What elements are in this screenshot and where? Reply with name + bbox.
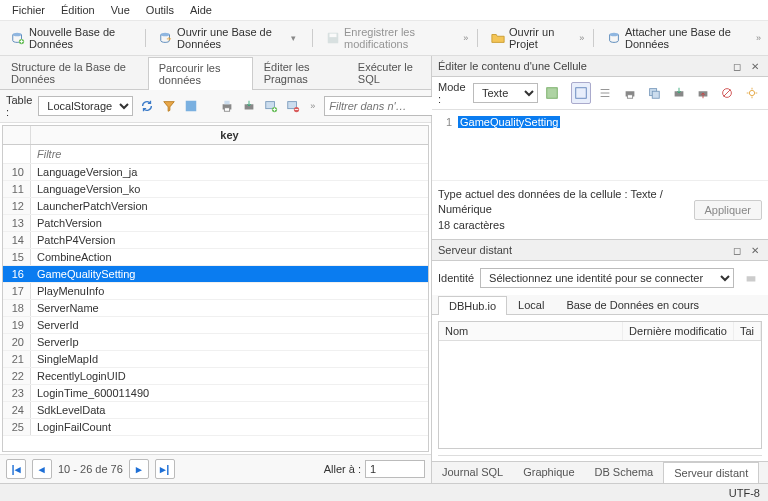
tab-pragmas[interactable]: Éditer les Pragmas	[253, 56, 347, 89]
table-row[interactable]: 16GameQualitySetting	[3, 266, 428, 283]
table-row[interactable]: 20ServerIp	[3, 334, 428, 351]
goto-input[interactable]	[365, 460, 425, 478]
btab-remote[interactable]: Serveur distant	[663, 462, 759, 483]
cell-value[interactable]: PatchVersion	[31, 215, 428, 231]
menu-edit[interactable]: Édition	[55, 2, 101, 18]
row-number: 10	[3, 164, 31, 180]
undock-icon[interactable]: ◻	[730, 59, 744, 73]
table-row[interactable]: 22RecentlyLoginUID	[3, 368, 428, 385]
svg-rect-20	[652, 91, 659, 98]
cell-value[interactable]: CombineAction	[31, 249, 428, 265]
cell-value[interactable]: ServerIp	[31, 334, 428, 350]
menu-view[interactable]: Vue	[105, 2, 136, 18]
table-row[interactable]: 14PatchP4Version	[3, 232, 428, 249]
delete-record-button[interactable]	[285, 95, 301, 117]
overflow-icon[interactable]: »	[753, 33, 764, 43]
data-table[interactable]: key 10LanguageVersion_ja11LanguageVersio…	[2, 125, 429, 452]
print-button[interactable]	[219, 95, 235, 117]
btab-schema[interactable]: DB Schema	[585, 462, 664, 483]
view-text-button[interactable]	[571, 82, 591, 104]
table-row[interactable]: 19ServerId	[3, 317, 428, 334]
table-row[interactable]: 25LoginFailCount	[3, 419, 428, 436]
save-filter-button[interactable]	[183, 95, 199, 117]
column-filter-input[interactable]	[31, 145, 428, 163]
btab-graph[interactable]: Graphique	[513, 462, 584, 483]
import-cell-button[interactable]	[668, 82, 688, 104]
cell-editor[interactable]: 1 GameQualitySetting	[432, 110, 768, 180]
identity-select[interactable]: Sélectionnez une identité pour se connec…	[480, 268, 734, 288]
null-cell-button[interactable]	[717, 82, 737, 104]
col-name[interactable]: Nom	[439, 322, 623, 340]
remote-tab-dbhub[interactable]: DBHub.io	[438, 296, 507, 315]
undock-icon[interactable]: ◻	[730, 243, 744, 257]
export-button[interactable]	[241, 95, 257, 117]
status-bar: UTF-8	[0, 483, 768, 501]
table-row[interactable]: 18ServerName	[3, 300, 428, 317]
table-row[interactable]: 17PlayMenuInfo	[3, 283, 428, 300]
cell-value[interactable]: LoginTime_600011490	[31, 385, 428, 401]
overflow-icon[interactable]: »	[576, 33, 587, 43]
remote-list[interactable]: Nom Dernière modificatio Tai	[438, 321, 762, 449]
identity-manage-button[interactable]	[740, 267, 762, 289]
attach-database-button[interactable]: Attacher une Base de Données	[600, 23, 751, 53]
cell-value[interactable]: LauncherPatchVersion	[31, 198, 428, 214]
overflow-icon[interactable]: »	[460, 33, 471, 43]
close-icon[interactable]: ✕	[748, 243, 762, 257]
open-database-button[interactable]: Ouvrir une Base de Données ▾	[152, 23, 306, 53]
cell-value[interactable]: RecentlyLoginUID	[31, 368, 428, 384]
overflow-icon[interactable]: »	[307, 101, 318, 111]
col-modified[interactable]: Dernière modificatio	[623, 322, 734, 340]
format-button[interactable]	[542, 82, 562, 104]
menu-file[interactable]: Fichier	[6, 2, 51, 18]
table-row[interactable]: 11LanguageVersion_ko	[3, 181, 428, 198]
cell-value[interactable]: LanguageVersion_ja	[31, 164, 428, 180]
table-row[interactable]: 15CombineAction	[3, 249, 428, 266]
clear-filters-button[interactable]	[161, 95, 177, 117]
cell-value[interactable]: PlayMenuInfo	[31, 283, 428, 299]
cell-value[interactable]: PatchP4Version	[31, 232, 428, 248]
first-page-button[interactable]: |◂	[6, 459, 26, 479]
table-select[interactable]: LocalStorage	[38, 96, 133, 116]
remote-tab-local[interactable]: Local	[507, 295, 555, 314]
table-row[interactable]: 10LanguageVersion_ja	[3, 164, 428, 181]
column-header-key[interactable]: key	[31, 126, 428, 144]
print-cell-button[interactable]	[620, 82, 640, 104]
cell-value[interactable]: SingleMapId	[31, 351, 428, 367]
last-page-button[interactable]: ▸|	[155, 459, 175, 479]
mode-select[interactable]: Texte	[473, 83, 538, 103]
settings-cell-button[interactable]	[742, 82, 762, 104]
remote-tab-current[interactable]: Base de Données en cours	[555, 295, 710, 314]
menu-help[interactable]: Aide	[184, 2, 218, 18]
table-row[interactable]: 21SingleMapId	[3, 351, 428, 368]
menu-tools[interactable]: Outils	[140, 2, 180, 18]
tab-browse[interactable]: Parcourir les données	[148, 57, 253, 90]
apply-button[interactable]: Appliquer	[694, 200, 762, 220]
cell-value[interactable]: GameQualitySetting	[31, 266, 428, 282]
table-row[interactable]: 13PatchVersion	[3, 215, 428, 232]
new-database-button[interactable]: Nouvelle Base de Données	[4, 23, 139, 53]
cell-value[interactable]: SdkLevelData	[31, 402, 428, 418]
table-row[interactable]: 24SdkLevelData	[3, 402, 428, 419]
table-row[interactable]: 12LauncherPatchVersion	[3, 198, 428, 215]
table-row[interactable]: 23LoginTime_600011490	[3, 385, 428, 402]
next-page-button[interactable]: ▸	[129, 459, 149, 479]
export-cell-button[interactable]	[693, 82, 713, 104]
mode-label: Mode :	[438, 81, 469, 105]
cell-value[interactable]: ServerId	[31, 317, 428, 333]
cell-value[interactable]: ServerName	[31, 300, 428, 316]
col-size[interactable]: Tai	[734, 322, 761, 340]
close-icon[interactable]: ✕	[748, 59, 762, 73]
refresh-button[interactable]	[139, 95, 155, 117]
pager: |◂ ◂ 10 - 26 de 76 ▸ ▸| Aller à :	[0, 454, 431, 483]
cell-value[interactable]: LanguageVersion_ko	[31, 181, 428, 197]
view-list-button[interactable]	[595, 82, 615, 104]
dropdown-icon[interactable]: ▾	[288, 33, 299, 43]
tab-sql[interactable]: Exécuter le SQL	[347, 56, 431, 89]
tab-structure[interactable]: Structure de la Base de Données	[0, 56, 148, 89]
prev-page-button[interactable]: ◂	[32, 459, 52, 479]
btab-journal[interactable]: Journal SQL	[432, 462, 513, 483]
cell-value[interactable]: LoginFailCount	[31, 419, 428, 435]
copy-cell-button[interactable]	[644, 82, 664, 104]
add-record-button[interactable]	[263, 95, 279, 117]
open-project-button[interactable]: Ouvrir un Projet	[484, 23, 574, 53]
